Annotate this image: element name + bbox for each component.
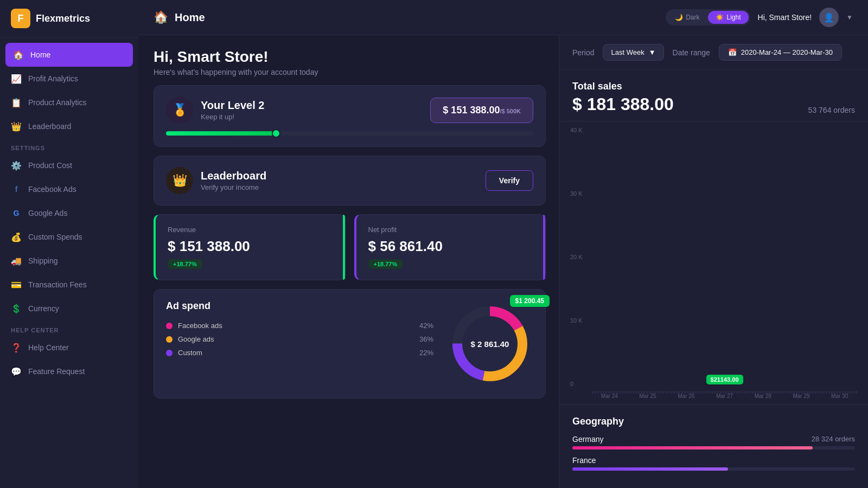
profit-card: Net profit $ 56 861.40 +18.77% [354, 214, 546, 280]
ad-spend-title: Ad spend [166, 300, 433, 312]
geo-bar-bg-france [572, 467, 855, 471]
right-panel: Period Last Week ▼ Date range 📅 2020-Mar… [559, 35, 868, 488]
facebook-legend-dot [166, 323, 173, 329]
sidebar-item-label: Transaction Fees [28, 280, 87, 289]
total-sales-row: $ 181 388.00 53 764 orders [572, 94, 855, 114]
app-logo-icon: F [11, 9, 30, 28]
bar-label-mar-28: Mar 28 [755, 393, 771, 399]
y-label-10k: 10 K [570, 317, 586, 324]
facebook-legend-pct: 42% [419, 322, 433, 330]
sidebar-item-label: Google Ads [28, 209, 67, 217]
sidebar-item-help-center[interactable]: ❓ Help Center [0, 336, 138, 359]
user-greeting: Hi, Smart Store! [758, 13, 812, 22]
sidebar-item-shipping[interactable]: 🚚 Shipping [0, 249, 138, 273]
google-legend-dot [166, 336, 173, 343]
sidebar-item-leaderboard[interactable]: 👑 Leaderboard [0, 114, 138, 138]
leaderboard-icon: 👑 [11, 121, 22, 132]
facebook-ads-icon: f [11, 184, 22, 195]
bar-label-mar-27: Mar 27 [716, 393, 733, 399]
product-cost-icon: ⚙️ [11, 160, 22, 171]
level-info: 🏅 Your Level 2 Keep it up! [166, 97, 264, 124]
leaderboard-card: 👑 Leaderboard Verify your income Verify [154, 156, 546, 206]
topbar-home-icon: 🏠 [154, 10, 168, 24]
period-bar: Period Last Week ▼ Date range 📅 2020-Mar… [559, 35, 868, 70]
leaderboard-info: 👑 Leaderboard Verify your income [166, 167, 266, 194]
level-progress-dot [272, 129, 280, 138]
topbar-right: 🌙 Dark ☀️ Light Hi, Smart Store! 👤 ▼ [666, 8, 853, 27]
google-legend-label: Google ads [178, 335, 414, 343]
chevron-down-icon[interactable]: ▼ [846, 14, 853, 21]
level-amount-box: $ 151 388.00/$ 500K [430, 98, 533, 123]
custom-legend-label: Custom [178, 349, 414, 357]
verify-button[interactable]: Verify [486, 170, 533, 191]
total-sales-label: Total sales [572, 81, 855, 92]
date-range-value[interactable]: 📅 2020-Mar-24 — 2020-Mar-30 [719, 44, 842, 61]
settings-section-label: SETTINGS [0, 138, 138, 153]
sidebar-nav: 🏠 Home 📈 Profit Analytics 📋 Product Anal… [0, 37, 138, 488]
profit-value: $ 56 861.40 [368, 238, 534, 255]
total-orders: 53 764 orders [808, 106, 855, 114]
total-sales-section: Total sales $ 181 388.00 53 764 orders [559, 70, 868, 121]
sidebar-item-custom-spends[interactable]: 💰 Custom Spends [0, 225, 138, 249]
donut-tooltip: $1 200.45 [510, 295, 550, 307]
revenue-value: $ 151 388.00 [168, 238, 333, 255]
geo-item-germany: Germany 28 324 orders [572, 435, 855, 450]
sidebar-item-product-analytics[interactable]: 📋 Product Analytics [0, 91, 138, 114]
theme-light-button[interactable]: ☀️ Light [708, 11, 748, 24]
total-sales-value: $ 181 388.00 [572, 94, 674, 114]
level-progress-fill [166, 131, 276, 136]
user-avatar[interactable]: 👤 [819, 8, 839, 27]
theme-dark-button[interactable]: 🌙 Dark [667, 11, 707, 24]
sidebar-item-currency[interactable]: 💲 Currency [0, 297, 138, 320]
bar-col-mar-27: $21143.00Mar 27 [707, 391, 742, 399]
level-progress-bar-container [166, 131, 533, 136]
y-label-30k: 30 K [570, 190, 586, 197]
calendar-icon: 📅 [728, 48, 737, 56]
greeting-title: Hi, Smart Store! [154, 48, 546, 66]
geography-section: Geography Germany 28 324 orders France [559, 404, 868, 488]
revenue-label: Revenue [168, 226, 333, 234]
level-amount-suffix: /$ 500K [500, 108, 521, 114]
sidebar-logo: F Flexmetrics [0, 0, 138, 37]
bar-label-mar-25: Mar 25 [640, 393, 656, 399]
bar-chart-wrapper: 40 K 30 K 20 K 10 K 0 [559, 121, 868, 404]
sidebar-item-feature-request[interactable]: 💬 Feature Request [0, 359, 138, 383]
bar-col-mar-28: Mar 28 [745, 391, 781, 399]
geo-row-germany: Germany 28 324 orders [572, 435, 855, 444]
currency-icon: 💲 [11, 303, 22, 314]
chart-bars-area: Mar 24Mar 25Mar 26$21143.00Mar 27Mar 28M… [592, 391, 857, 399]
sidebar-item-profit-analytics[interactable]: 📈 Profit Analytics [0, 67, 138, 91]
greeting-subtitle: Here's what's happening with your accoun… [154, 68, 546, 76]
sidebar-item-product-cost[interactable]: ⚙️ Product Cost [0, 153, 138, 177]
y-label-0: 0 [570, 381, 586, 387]
profit-accent-bar [543, 215, 545, 280]
sidebar-item-home[interactable]: 🏠 Home [5, 43, 133, 67]
theme-toggle[interactable]: 🌙 Dark ☀️ Light [666, 9, 750, 25]
geo-row-france: France [572, 456, 855, 465]
y-label-40k: 40 K [570, 127, 586, 133]
bar-col-mar-30: Mar 30 [822, 391, 857, 399]
shipping-icon: 🚚 [11, 255, 22, 266]
bar-label-mar-26: Mar 26 [678, 393, 694, 399]
geo-bar-fill-germany [572, 446, 813, 450]
transaction-fees-icon: 💳 [11, 279, 22, 290]
period-select[interactable]: Last Week ▼ [603, 44, 663, 61]
help-section-label: HELP CENTER [0, 320, 138, 336]
custom-spends-icon: 💰 [11, 232, 22, 242]
ad-spend-chart: $ 2 861.40 $1 200.45 [446, 300, 533, 387]
leaderboard-text: Leaderboard Verify your income [201, 170, 266, 191]
custom-legend-pct: 22% [419, 349, 433, 357]
donut-total-value: $ 2 861.40 [471, 339, 509, 349]
sidebar-item-google-ads[interactable]: G Google Ads [0, 201, 138, 225]
sidebar-item-label: Currency [28, 304, 59, 313]
level-subtitle: Keep it up! [201, 113, 264, 121]
facebook-legend-label: Facebook ads [178, 322, 414, 330]
sidebar-item-transaction-fees[interactable]: 💳 Transaction Fees [0, 273, 138, 297]
ad-spend-card: Ad spend Facebook ads 42% Google ads 36% [154, 289, 546, 399]
greeting-section: Hi, Smart Store! Here's what's happening… [154, 48, 546, 76]
legend-item-custom: Custom 22% [166, 349, 433, 357]
geo-bar-fill-france [572, 467, 728, 471]
level-text: Your Level 2 Keep it up! [201, 99, 264, 121]
sidebar-item-label: Shipping [28, 256, 58, 265]
sidebar-item-facebook-ads[interactable]: f Facebook Ads [0, 177, 138, 201]
